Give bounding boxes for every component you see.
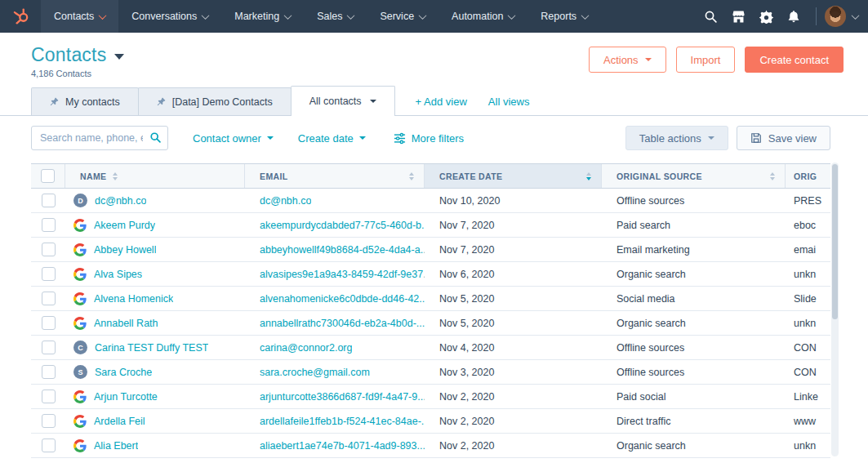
contact-name-link[interactable]: Ardella Feil [94, 416, 145, 427]
add-view-button[interactable]: + Add view [416, 96, 467, 108]
all-views-button[interactable]: All views [488, 96, 530, 108]
contact-name-cell: Ardella Feil [65, 409, 245, 433]
contact-email-link[interactable]: abbeyhowellf49b8684-d52e-4da4-a... [260, 244, 425, 256]
create-date-cell: Nov 7, 2020 [425, 238, 602, 261]
user-avatar[interactable] [825, 6, 846, 27]
settings-icon[interactable] [752, 0, 780, 33]
sort-down-arrow [770, 177, 775, 180]
contact-email-link[interactable]: carina@connor2.org [260, 342, 352, 354]
column-header-email[interactable]: EMAIL [245, 164, 425, 188]
column-label: ORIGINAL SOURCE [617, 171, 702, 181]
row-checkbox[interactable] [42, 390, 56, 403]
row-checkbox[interactable] [42, 218, 56, 232]
import-button[interactable]: Import [676, 47, 736, 73]
actions-button[interactable]: Actions [589, 47, 666, 73]
tab-data-demo-contacts[interactable]: [Data] Demo Contacts [138, 87, 292, 115]
nav-item-automation[interactable]: Automation [438, 0, 527, 33]
create-date-cell: Nov 5, 2020 [425, 287, 602, 310]
column-header-name[interactable]: NAME [65, 164, 245, 188]
create-date-label: Create date [298, 132, 354, 145]
nav-item-conversations[interactable]: Conversations [118, 0, 221, 33]
tab-my-contacts[interactable]: My contacts [31, 87, 139, 115]
hubspot-logo[interactable] [3, 0, 41, 33]
google-icon [73, 317, 87, 330]
original-source-cell: Offline sources [602, 336, 786, 359]
contact-name-cell: Abbey Howell [65, 238, 245, 261]
sort-icon[interactable] [586, 172, 591, 180]
contact-email-link[interactable]: ardellafeile1ffeb1b-f524-41ec-84ae-... [260, 416, 425, 427]
row-checkbox[interactable] [42, 292, 56, 305]
page-title: Contacts [31, 44, 106, 66]
row-checkbox[interactable] [42, 365, 56, 379]
contact-name-link[interactable]: Carina TEST Duffy TEST [95, 342, 208, 354]
contact-name-link[interactable]: Akeem Purdy [94, 220, 155, 231]
nav-item-reports[interactable]: Reports [527, 0, 601, 33]
scrollbar-thumb[interactable] [832, 164, 838, 319]
contact-email-link[interactable]: sara.croche@gmail.com [260, 367, 370, 378]
table-actions-button[interactable]: Table actions [625, 126, 728, 150]
contact-name-link[interactable]: Alva Sipes [94, 269, 142, 280]
row-checkbox[interactable] [42, 439, 56, 452]
contact-email-link[interactable]: annabellrathc730046d-eb2a-4b0d-... [260, 318, 425, 329]
contact-name-link[interactable]: Arjun Turcotte [94, 391, 158, 403]
column-label: CREATE DATE [439, 171, 503, 181]
nav-item-sales[interactable]: Sales [304, 0, 367, 33]
row-checkbox[interactable] [42, 414, 56, 428]
google-icon [73, 390, 87, 403]
sort-icon[interactable] [770, 172, 775, 180]
row-checkbox[interactable] [42, 243, 56, 256]
create-date-filter[interactable]: Create date [298, 132, 366, 145]
contact-owner-filter[interactable]: Contact owner [193, 132, 274, 145]
tab-all-contacts[interactable]: All contacts [291, 86, 395, 116]
select-all-checkbox[interactable] [41, 169, 55, 183]
contact-name-link[interactable]: Abbey Howell [94, 244, 156, 256]
column-header-create_date[interactable]: CREATE DATE [425, 164, 602, 188]
row-checkbox[interactable] [42, 267, 56, 281]
contact-name-link[interactable]: dc@nbh.co [95, 195, 146, 207]
table-row: Ardella Feilardellafeile1ffeb1b-f524-41e… [31, 409, 830, 434]
contact-name-link[interactable]: Alia Ebert [94, 440, 138, 452]
contact-name-link[interactable]: Annabell Rath [94, 318, 158, 329]
contact-email-link[interactable]: akeempurdycdabded7-77c5-460d-b... [260, 220, 425, 231]
search-input[interactable] [31, 126, 168, 150]
row-select-cell [31, 213, 65, 237]
view-selector[interactable]: Contacts [31, 44, 124, 66]
column-header-orig[interactable]: ORIG [786, 164, 830, 188]
contact-name-link[interactable]: Alvena Homenick [94, 293, 173, 305]
chevron-down-icon [508, 11, 516, 20]
sort-down-arrow [409, 177, 414, 180]
contact-email-link[interactable]: arjunturcotte3866d687-fd9f-4a47-9... [260, 391, 425, 403]
contact-email-link[interactable]: alvasipes9e1a9a43-8459-42df-9e37... [260, 269, 425, 280]
contact-name-cell: SSara Croche [65, 360, 245, 384]
chevron-down-icon[interactable] [852, 11, 860, 20]
row-checkbox[interactable] [42, 194, 56, 207]
vertical-scrollbar[interactable] [831, 162, 839, 456]
source-drilldown-cell: CON [786, 336, 830, 359]
source-drilldown-cell: CON [786, 360, 830, 384]
sort-up-arrow [409, 172, 414, 176]
contact-email-link[interactable]: dc@nbh.co [260, 195, 311, 207]
sort-down-arrow [586, 177, 591, 180]
sort-icon[interactable] [409, 172, 414, 180]
row-checkbox[interactable] [42, 316, 56, 330]
create-contact-button[interactable]: Create contact [745, 47, 844, 73]
sort-icon[interactable] [113, 172, 118, 180]
more-filters-button[interactable]: More filters [394, 132, 464, 145]
nav-item-marketing[interactable]: Marketing [221, 0, 304, 33]
search-icon[interactable] [697, 0, 724, 33]
search-icon[interactable] [149, 131, 162, 147]
contact-email-link[interactable]: aliaebert1ae74e7b-4071-4ad9-893... [260, 440, 425, 452]
save-view-button[interactable]: Save view [737, 126, 830, 150]
notifications-icon[interactable] [780, 0, 808, 33]
marketplace-icon[interactable] [724, 0, 752, 33]
nav-item-contacts[interactable]: Contacts [41, 0, 118, 33]
row-checkbox[interactable] [42, 341, 56, 354]
contact-email-cell: alvenahomenicke6c0dbde-dd46-42... [245, 287, 425, 310]
contacts-table: NAMEEMAILCREATE DATEORIGINAL SOURCEORIG … [31, 163, 830, 458]
nav-item-service[interactable]: Service [367, 0, 438, 33]
contact-name-link[interactable]: Sara Croche [95, 367, 152, 378]
original-source-cell: Email marketing [602, 238, 786, 261]
create-date-cell: Nov 10, 2020 [425, 189, 602, 212]
contact-email-link[interactable]: alvenahomenicke6c0dbde-dd46-42... [260, 293, 425, 305]
column-header-source[interactable]: ORIGINAL SOURCE [602, 164, 786, 188]
